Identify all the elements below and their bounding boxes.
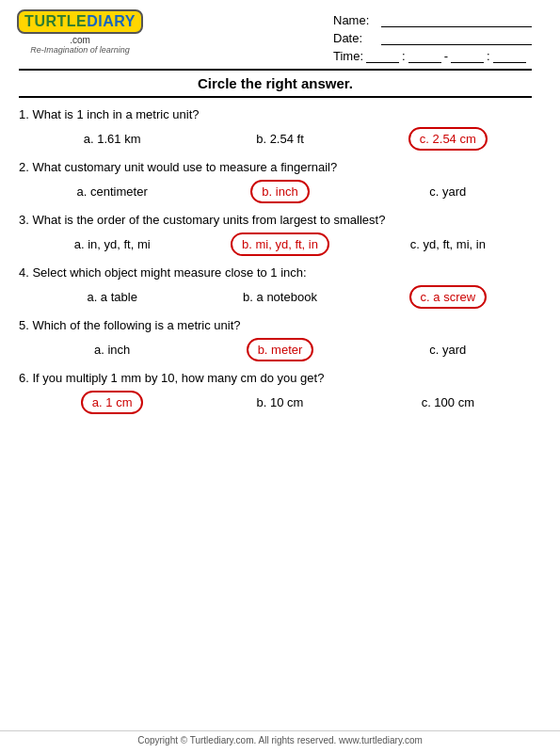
- name-label: Name:: [333, 13, 376, 27]
- question-4: 4. Select which object might measure clo…: [19, 265, 532, 309]
- question-1-option-0: a. 1.61 km: [28, 132, 196, 146]
- question-3: 3. What is the order of the customary un…: [19, 213, 532, 256]
- question-3-options: a. in, yd, ft, mib. mi, yd, ft, inc. yd,…: [19, 232, 532, 256]
- time-h: [366, 50, 399, 63]
- logo-com: .com: [70, 35, 90, 45]
- time-h2: [451, 50, 484, 63]
- footer: Copyright © Turtlediary.com. All rights …: [0, 730, 560, 745]
- date-label: Date:: [333, 31, 376, 45]
- question-4-option-1: b. a notebook: [196, 290, 363, 304]
- time-m: [408, 50, 441, 63]
- question-2: 2. What customary unit would use to meas…: [19, 160, 532, 203]
- question-2-option-2-label: c. yard: [429, 184, 466, 199]
- logo-area: TURTLEDIARY .com Re-Imagination of learn…: [19, 9, 141, 55]
- question-1: 1. What is 1 inch in a metric unit?a. 1.…: [19, 107, 532, 151]
- question-6-option-1-label: b. 10 cm: [257, 395, 304, 409]
- time-sep2: :: [487, 49, 490, 63]
- question-6-option-2-label: c. 100 cm: [422, 395, 474, 409]
- question-1-answer: c. 2.54 cm: [408, 127, 488, 151]
- title-bar: Circle the right answer.: [19, 69, 532, 98]
- date-underline: [381, 32, 532, 45]
- question-6-options: a. 1 cmb. 10 cmc. 100 cm: [19, 391, 532, 414]
- question-2-options: a. centimeterb. inchc. yard: [19, 180, 532, 203]
- question-3-option-1: b. mi, yd, ft, in: [196, 232, 363, 256]
- question-4-option-2: c. a screw: [364, 285, 532, 309]
- question-6-text: 6. If you multiply 1 mm by 10, how many …: [19, 371, 532, 385]
- question-5-option-1: b. meter: [196, 338, 363, 361]
- question-2-option-2: c. yard: [364, 184, 532, 199]
- question-2-answer: b. inch: [250, 180, 309, 203]
- question-4-text: 4. Select which object might measure clo…: [19, 265, 532, 280]
- question-4-options: a. a tableb. a notebookc. a screw: [19, 285, 532, 309]
- page: TURTLEDIARY .com Re-Imagination of learn…: [0, 0, 560, 753]
- logo-container: TURTLEDIARY: [17, 9, 143, 34]
- logo-turtle: TURTLE: [24, 13, 87, 29]
- logo-tagline: Re-Imagination of learning: [30, 45, 130, 55]
- question-2-option-0-label: a. centimeter: [77, 184, 148, 199]
- questions-container: 1. What is 1 inch in a metric unit?a. 1.…: [19, 107, 532, 414]
- question-5-option-0: a. inch: [28, 343, 196, 357]
- time-dash: -: [444, 49, 448, 63]
- question-4-answer: c. a screw: [409, 285, 488, 309]
- question-2-option-1: b. inch: [196, 180, 363, 203]
- time-m2: [493, 50, 526, 63]
- header: TURTLEDIARY .com Re-Imagination of learn…: [19, 9, 532, 63]
- question-5-option-2-label: c. yard: [429, 343, 466, 357]
- question-6-option-0: a. 1 cm: [28, 391, 196, 414]
- name-line: Name:: [333, 13, 532, 27]
- question-6: 6. If you multiply 1 mm by 10, how many …: [19, 371, 532, 414]
- question-6-option-1: b. 10 cm: [196, 395, 363, 409]
- time-label: Time:: [333, 49, 363, 63]
- footer-text: Copyright © Turtlediary.com. All rights …: [137, 735, 423, 745]
- form-fields: Name: Date: Time: : - :: [333, 9, 532, 63]
- question-5-text: 5. Which of the following is a metric un…: [19, 318, 532, 332]
- question-5-answer: b. meter: [247, 338, 314, 361]
- question-6-answer: a. 1 cm: [81, 391, 144, 414]
- question-4-option-1-label: b. a notebook: [243, 290, 317, 304]
- question-3-option-2-label: c. yd, ft, mi, in: [410, 237, 486, 251]
- question-4-option-0: a. a table: [28, 290, 196, 304]
- question-6-option-2: c. 100 cm: [364, 395, 532, 409]
- name-underline: [381, 14, 532, 27]
- question-1-option-1-label: b. 2.54 ft: [256, 132, 304, 146]
- question-1-text: 1. What is 1 inch in a metric unit?: [19, 107, 532, 121]
- logo-diary: DIARY: [87, 13, 136, 29]
- question-2-option-0: a. centimeter: [28, 184, 196, 199]
- question-3-option-2: c. yd, ft, mi, in: [364, 237, 532, 251]
- question-1-options: a. 1.61 kmb. 2.54 ftc. 2.54 cm: [19, 127, 532, 151]
- page-title: Circle the right answer.: [19, 75, 532, 91]
- date-line: Date:: [333, 31, 532, 45]
- logo-text: TURTLEDIARY: [24, 13, 136, 30]
- question-4-option-0-label: a. a table: [87, 290, 137, 304]
- time-row: Time: : - :: [333, 49, 532, 63]
- question-1-option-2: c. 2.54 cm: [364, 127, 532, 151]
- question-5-option-2: c. yard: [364, 343, 532, 357]
- question-3-option-0-label: a. in, yd, ft, mi: [74, 237, 151, 251]
- question-2-text: 2. What customary unit would use to meas…: [19, 160, 532, 174]
- question-3-option-0: a. in, yd, ft, mi: [28, 237, 196, 251]
- question-3-answer: b. mi, yd, ft, in: [231, 232, 329, 256]
- question-3-text: 3. What is the order of the customary un…: [19, 213, 532, 227]
- question-5-options: a. inchb. meterc. yard: [19, 338, 532, 361]
- time-sep1: :: [402, 49, 406, 63]
- question-5: 5. Which of the following is a metric un…: [19, 318, 532, 361]
- question-1-option-1: b. 2.54 ft: [196, 132, 363, 146]
- question-1-option-0-label: a. 1.61 km: [84, 132, 141, 146]
- question-5-option-0-label: a. inch: [94, 343, 130, 357]
